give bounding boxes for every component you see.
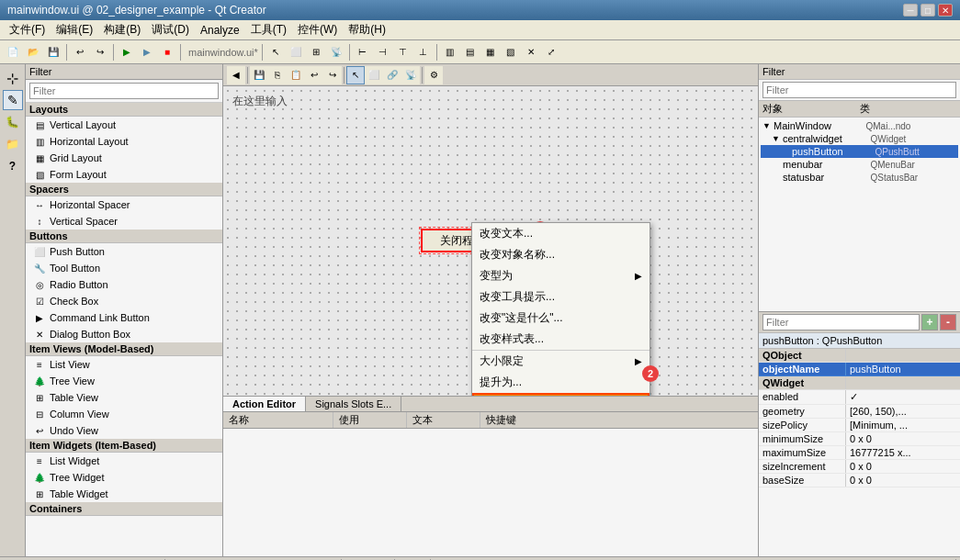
toolbar-run[interactable]: ▶ xyxy=(118,43,136,62)
prop-row-objectname[interactable]: objectName pushButton xyxy=(759,363,960,376)
toolbar-adjust-size[interactable]: ⤢ xyxy=(542,43,560,62)
menu-analyze[interactable]: Analyze xyxy=(195,22,245,39)
menu-tools[interactable]: 工具(T) xyxy=(245,20,292,39)
prop-add-btn[interactable]: + xyxy=(921,314,938,330)
widget-item-column-view[interactable]: ⊟ Column View xyxy=(26,406,222,422)
menu-controls[interactable]: 控件(W) xyxy=(292,20,343,39)
ctx-morph[interactable]: 变型为 ▶ xyxy=(472,265,649,286)
sidebar-icon-help[interactable]: ? xyxy=(3,156,23,176)
sidebar-icon-select[interactable]: ⊹ xyxy=(3,68,23,88)
toolbar-open[interactable]: 📂 xyxy=(24,43,42,62)
prop-row-geometry[interactable]: geometry [260, 150),... xyxy=(759,405,960,419)
toolbar-new[interactable]: 📄 xyxy=(4,43,22,62)
category-item-views[interactable]: Item Views (Model-Based) xyxy=(26,342,222,356)
canvas-tb-paste[interactable]: 📋 xyxy=(287,66,305,84)
ctx-goto-slot[interactable]: 转到槽... xyxy=(472,393,649,396)
widget-item-cmd-link-btn[interactable]: ▶ Command Link Button xyxy=(26,309,222,326)
prop-row-sizeincrement[interactable]: sizeIncrement 0 x 0 xyxy=(759,460,960,474)
tree-item-mainwindow[interactable]: ▼ MainWindow QMai...ndo xyxy=(761,119,958,132)
close-button[interactable]: ✕ xyxy=(938,4,953,17)
sidebar-icon-edit[interactable]: ✎ xyxy=(3,90,23,110)
tree-item-pushbutton[interactable]: pushButton QPushButt xyxy=(761,145,958,158)
maximize-button[interactable]: □ xyxy=(920,4,935,17)
toolbar-redo[interactable]: ↪ xyxy=(91,43,109,62)
category-layouts[interactable]: Layouts xyxy=(26,103,222,117)
toolbar-layout-grid[interactable]: ▦ xyxy=(481,43,500,62)
minimize-button[interactable]: ─ xyxy=(903,4,918,17)
toolbar-stop[interactable]: ■ xyxy=(158,43,176,62)
ctx-change-whats-this[interactable]: 改变"这是什么"... xyxy=(472,308,649,329)
tree-item-statusbar[interactable]: statusbar QStatusBar xyxy=(761,171,958,184)
widget-item-tree-view[interactable]: 🌲 Tree View xyxy=(26,373,222,389)
sidebar-icon-project[interactable]: 📁 xyxy=(3,134,23,154)
ctx-change-tooltip[interactable]: 改变工具提示... xyxy=(472,286,649,308)
widget-item-list-view[interactable]: ≡ List View xyxy=(26,356,222,373)
widget-item-list-widget[interactable]: ≡ List Widget xyxy=(26,453,222,469)
widget-item-vertical-layout[interactable]: ▤ Vertical Layout xyxy=(26,117,222,133)
toolbar-buddy[interactable]: ⊞ xyxy=(307,43,325,62)
widget-item-form-layout[interactable]: ▧ Form Layout xyxy=(26,166,222,183)
canvas-tb-settings[interactable]: ⚙ xyxy=(424,66,443,84)
toolbar-signal[interactable]: 📡 xyxy=(327,43,345,62)
category-item-widgets[interactable]: Item Widgets (Item-Based) xyxy=(26,439,222,453)
prop-filter-input[interactable] xyxy=(762,314,920,330)
prop-row-basesize[interactable]: baseSize 0 x 0 xyxy=(759,474,960,487)
ctx-size-constraint[interactable]: 大小限定 ▶ xyxy=(472,351,649,372)
widget-item-table-view[interactable]: ⊞ Table View xyxy=(26,389,222,406)
toolbar-align-bottom[interactable]: ⊥ xyxy=(414,43,433,62)
canvas-tb-copy[interactable]: ⎘ xyxy=(268,66,287,84)
tree-item-menubar[interactable]: menubar QMenuBar xyxy=(761,158,958,171)
menu-edit[interactable]: 编辑(E) xyxy=(51,20,98,39)
widget-item-push-button[interactable]: ⬜ Push Button xyxy=(26,243,222,260)
widget-item-check-box[interactable]: ☑ Check Box xyxy=(26,293,222,309)
widget-item-dialog-btn-box[interactable]: ✕ Dialog Button Box xyxy=(26,326,222,342)
widget-item-horizontal-layout[interactable]: ▥ Horizontal Layout xyxy=(26,133,222,150)
toolbar-align-left[interactable]: ⊢ xyxy=(354,43,372,62)
widget-item-v-spacer[interactable]: ↕ Vertical Spacer xyxy=(26,213,222,230)
menu-help[interactable]: 帮助(H) xyxy=(343,20,391,39)
canvas-tb-buddy[interactable]: 🔗 xyxy=(383,66,401,84)
widget-item-h-spacer[interactable]: ↔ Horizontal Spacer xyxy=(26,196,222,213)
ctx-change-stylesheet[interactable]: 改变样式表... xyxy=(472,329,649,351)
canvas-tb-redo[interactable]: ↪ xyxy=(323,66,342,84)
widget-item-tree-widget[interactable]: 🌲 Tree Widget xyxy=(26,469,222,486)
toolbar-layout-v[interactable]: ▤ xyxy=(461,43,480,62)
toolbar-pointer[interactable]: ↖ xyxy=(266,43,285,62)
ctx-promote[interactable]: 提升为... xyxy=(472,372,649,393)
toolbar-tab-order[interactable]: ⬜ xyxy=(287,43,305,62)
tab-action-editor[interactable]: Action Editor xyxy=(223,397,306,411)
prop-row-minsize[interactable]: minimumSize 0 x 0 xyxy=(759,432,960,446)
category-buttons[interactable]: Buttons xyxy=(26,230,222,243)
object-filter-input[interactable] xyxy=(762,82,956,98)
menu-build[interactable]: 构建(B) xyxy=(98,20,146,39)
widget-item-grid-layout[interactable]: ▦ Grid Layout xyxy=(26,150,222,166)
widget-item-table-widget[interactable]: ⊞ Table Widget xyxy=(26,486,222,502)
toolbar-undo[interactable]: ↩ xyxy=(71,43,89,62)
toolbar-layout-form[interactable]: ▧ xyxy=(502,43,520,62)
toolbar-align-top[interactable]: ⊤ xyxy=(394,43,412,62)
canvas-tb-save[interactable]: 💾 xyxy=(250,66,268,84)
widget-filter-input[interactable] xyxy=(29,83,219,99)
toolbar-debug-run[interactable]: ▶ xyxy=(138,43,156,62)
canvas-tb-signal[interactable]: 📡 xyxy=(401,66,420,84)
prop-row-enabled[interactable]: enabled ✓ xyxy=(759,390,960,405)
ctx-change-name[interactable]: 改变对象名称... xyxy=(472,244,649,265)
toolbar-break-layout[interactable]: ✕ xyxy=(522,43,540,62)
category-containers[interactable]: Containers xyxy=(26,502,222,516)
canvas-tb-back[interactable]: ◀ xyxy=(227,66,245,84)
menu-debug[interactable]: 调试(D) xyxy=(146,20,195,39)
sidebar-icon-debug[interactable]: 🐛 xyxy=(3,112,23,132)
canvas-tb-pointer[interactable]: ↖ xyxy=(346,66,365,84)
prop-row-maxsize[interactable]: maximumSize 16777215 x... xyxy=(759,446,960,460)
menu-file[interactable]: 文件(F) xyxy=(4,20,51,39)
toolbar-align-right[interactable]: ⊣ xyxy=(374,43,392,62)
prop-row-sizepolicy[interactable]: sizePolicy [Minimum, ... xyxy=(759,419,960,432)
toolbar-save[interactable]: 💾 xyxy=(44,43,62,62)
widget-item-undo-view[interactable]: ↩ Undo View xyxy=(26,422,222,439)
tab-signals-slots[interactable]: Signals Slots E... xyxy=(306,397,401,411)
canvas-tb-undo[interactable]: ↩ xyxy=(305,66,323,84)
widget-item-tool-button[interactable]: 🔧 Tool Button xyxy=(26,260,222,276)
toolbar-layout-h[interactable]: ▥ xyxy=(441,43,459,62)
widget-item-radio-button[interactable]: ◎ Radio Button xyxy=(26,276,222,293)
tree-item-centralwidget[interactable]: ▼ centralwidget QWidget xyxy=(761,132,958,145)
